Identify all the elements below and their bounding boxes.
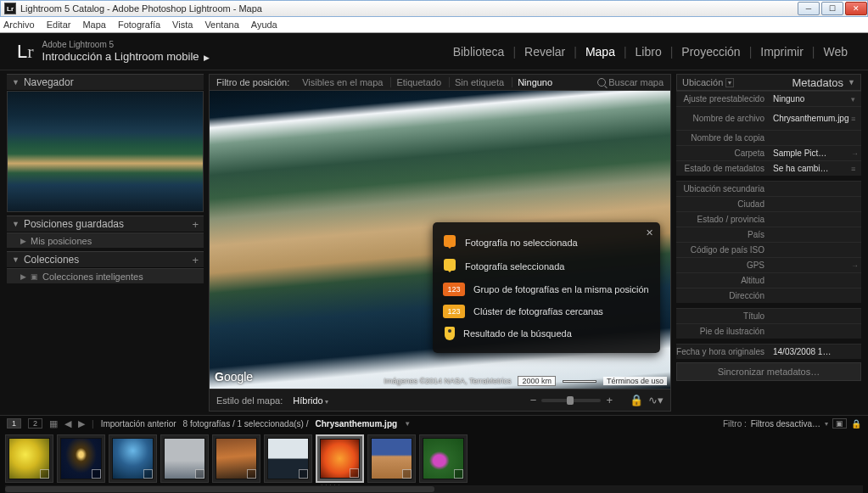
lock-icon[interactable]: 🔒: [630, 394, 643, 406]
identity-arrow-icon[interactable]: ▶: [204, 53, 210, 62]
zoom-in-button[interactable]: +: [606, 394, 613, 406]
saved-locations-header[interactable]: ▼Posiciones guardadas+: [7, 216, 204, 232]
meta-country-label: País: [676, 230, 770, 239]
chevron-down-icon: ▼: [12, 78, 20, 87]
module-imprimir[interactable]: Imprimir: [757, 43, 807, 60]
menu-editar[interactable]: Editar: [47, 20, 71, 30]
goto-icon[interactable]: ≡: [851, 115, 861, 123]
thumbnail-strip[interactable]: ★★★★★ ★★★★★ ★★★★★ ★★★★★ ★★★★★ ★★★★★ ★★★★…: [0, 432, 868, 485]
navigator-header[interactable]: ▼Navegador: [7, 74, 204, 91]
window-titlebar: Lr Lightroom 5 Catalog - Adobe Photoshop…: [0, 0, 868, 17]
thumbnail[interactable]: ★★★★★: [5, 434, 53, 483]
dropdown-icon[interactable]: ▾: [825, 420, 828, 428]
filter-untagged[interactable]: Sin etiqueta: [449, 77, 509, 87]
tracklog-icon[interactable]: ∿▾: [648, 394, 664, 406]
module-mapa[interactable]: Mapa: [582, 43, 619, 60]
menu-vista[interactable]: Vista: [172, 20, 193, 30]
saved-locations-item-label: Mis posiciones: [31, 236, 92, 246]
zoom-out-button[interactable]: −: [530, 394, 537, 406]
close-button[interactable]: ✕: [845, 2, 867, 15]
minimize-button[interactable]: ─: [798, 2, 820, 15]
badge-icon: [247, 469, 256, 479]
monitor-1-button[interactable]: 1: [7, 418, 21, 429]
module-web[interactable]: Web: [820, 43, 851, 60]
sync-metadata-button[interactable]: Sincronizar metadatos…: [676, 362, 861, 381]
monitor-2-button[interactable]: 2: [28, 418, 42, 429]
back-icon[interactable]: ◀: [64, 418, 71, 429]
module-biblioteca[interactable]: Biblioteca: [450, 43, 508, 60]
selected-file-label[interactable]: Chrysanthemum.jpg: [315, 419, 397, 429]
filmstrip-filter-dropdown[interactable]: Filtros desactiva…: [751, 419, 820, 429]
filter-lock-icon[interactable]: 🔒: [851, 419, 861, 429]
chevron-right-icon: ▶: [20, 237, 26, 245]
metadata-title: Metadatos: [792, 76, 843, 89]
resolve-icon[interactable]: ≡: [851, 165, 861, 173]
thumbnail[interactable]: ★★★★★: [212, 434, 260, 483]
meta-preset-value[interactable]: Ninguno: [770, 94, 851, 104]
thumbnail[interactable]: ★★★★★: [264, 434, 312, 483]
window-title: Lightroom 5 Catalog - Adobe Photoshop Li…: [20, 3, 262, 14]
dropdown-icon[interactable]: ▼: [404, 420, 411, 428]
map-toolbar: Estilo del mapa: Híbrido − + 🔒 ∿▾: [209, 389, 671, 412]
filter-options-icon[interactable]: ▣: [832, 418, 847, 429]
menu-ayuda[interactable]: Ayuda: [251, 20, 277, 30]
maximize-button[interactable]: ☐: [821, 2, 843, 15]
filter-tagged[interactable]: Etiquetado: [390, 77, 446, 87]
badge-icon: [40, 469, 49, 479]
menu-fotografia[interactable]: Fotografía: [118, 20, 160, 30]
goto-icon[interactable]: →: [851, 261, 861, 270]
navigator-map[interactable]: [7, 91, 204, 212]
app-header: Lr Adobe Lightroom 5 Introducción a Ligh…: [0, 33, 868, 70]
thumbnail-selected[interactable]: ★★★★★: [316, 434, 364, 483]
navigator-label: Navegador: [24, 76, 74, 88]
saved-locations-item[interactable]: ▶Mis posiciones: [7, 232, 204, 248]
module-proyeccion[interactable]: Proyección: [678, 43, 743, 60]
filter-visible[interactable]: Visibles en el mapa: [297, 77, 388, 87]
meta-filename-value[interactable]: Chrysanthemum.jpg: [770, 114, 851, 123]
dropdown-icon[interactable]: ▾: [725, 78, 734, 87]
metadata-set-dropdown[interactable]: Ubicación: [682, 77, 723, 87]
thumbnail[interactable]: ★★★: [367, 434, 416, 483]
add-icon[interactable]: +: [192, 254, 199, 266]
filmstrip-scrollbar[interactable]: [5, 485, 863, 493]
forward-icon[interactable]: ▶: [78, 418, 85, 429]
filmstrip-toolbar: 1 2 ▦ ◀ ▶ | Importación anterior 8 fotog…: [0, 416, 868, 432]
badge-icon: [143, 469, 153, 479]
chevron-down-icon: ▼: [848, 78, 855, 87]
menu-ventana[interactable]: Ventana: [204, 20, 238, 30]
collections-header[interactable]: ▼Colecciones+: [7, 251, 204, 268]
pin-selected-icon: [443, 259, 456, 274]
meta-state-value[interactable]: Se ha cambi…: [770, 164, 851, 173]
zoom-slider[interactable]: [541, 399, 601, 402]
metadata-header[interactable]: Ubicación▾ Metadatos ▼: [676, 74, 861, 91]
menu-mapa[interactable]: Mapa: [82, 20, 106, 30]
thumbnail[interactable]: ★★★★★: [57, 434, 105, 483]
identity-line2[interactable]: Introducción a Lightroom mobile: [42, 50, 199, 63]
map-terms-link[interactable]: Términos de uso: [603, 377, 667, 385]
collections-item[interactable]: ▶▣Colecciones inteligentes: [7, 268, 204, 283]
legend-row-3: Grupo de fotografías en la misma posició…: [473, 284, 649, 294]
legend-close-icon[interactable]: ✕: [646, 227, 653, 238]
map-canvas[interactable]: GGoogleoogle Imágenes ©2014 NASA, TerraM…: [209, 91, 671, 389]
thumbnail[interactable]: ★★★★★: [419, 434, 468, 483]
filter-none[interactable]: Ninguno: [512, 77, 557, 87]
source-label[interactable]: Importación anterior: [101, 419, 176, 429]
menu-archivo[interactable]: Archivo: [3, 20, 35, 30]
filter-label: Filtro de posición:: [216, 77, 289, 87]
thumbnail[interactable]: ★★★★★: [160, 434, 209, 483]
map-style-dropdown[interactable]: Híbrido: [293, 395, 328, 406]
module-libro[interactable]: Libro: [632, 43, 665, 60]
chevron-down-icon: ▼: [12, 255, 20, 264]
search-icon: [597, 78, 606, 87]
module-revelar[interactable]: Revelar: [521, 43, 568, 60]
add-icon[interactable]: +: [192, 218, 199, 231]
goto-icon[interactable]: →: [851, 149, 861, 158]
grid-icon[interactable]: ▦: [49, 418, 58, 429]
right-panel: Ubicación▾ Metadatos ▼ Ajuste preestable…: [676, 74, 861, 412]
meta-folder-value[interactable]: Sample Pict…: [770, 148, 851, 158]
thumbnail[interactable]: ★★★★★: [109, 434, 157, 483]
logo: Lr: [17, 41, 34, 63]
meta-date-value[interactable]: 14/03/2008 1…: [770, 347, 861, 356]
search-map-input[interactable]: Buscar mapa: [608, 77, 664, 87]
dropdown-icon[interactable]: ▾: [851, 95, 861, 104]
